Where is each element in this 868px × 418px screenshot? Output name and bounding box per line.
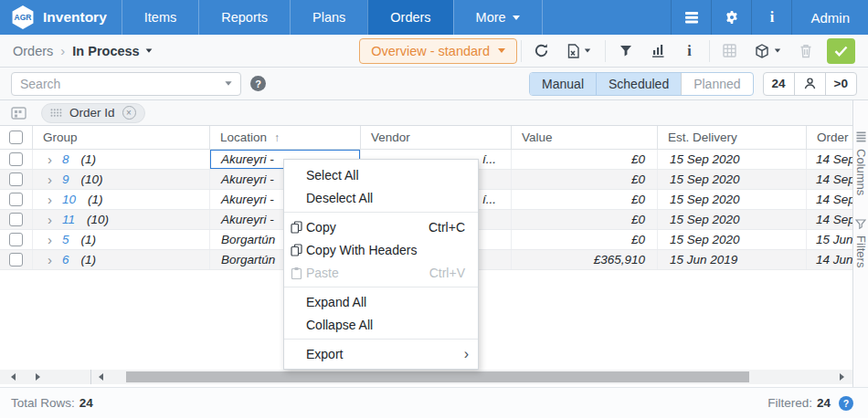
about-button[interactable]: i bbox=[751, 0, 791, 35]
cell-value[interactable]: £0 bbox=[512, 150, 658, 169]
column-header-order-date[interactable]: Order Date bbox=[807, 126, 852, 149]
agr-logo-icon: AGR bbox=[11, 5, 35, 29]
cell-order-date[interactable]: 14 Sep 2020 bbox=[807, 150, 852, 169]
main-scrollbar-track[interactable] bbox=[91, 370, 852, 384]
row-count-group: 24 >0 bbox=[763, 72, 857, 96]
user-menu[interactable]: Admin bbox=[791, 0, 868, 35]
scroll-right-button[interactable] bbox=[832, 370, 851, 384]
menu-item-expand-all[interactable]: Expand All bbox=[284, 290, 478, 313]
tab-filters[interactable]: Filters bbox=[854, 219, 868, 267]
chevron-down-icon bbox=[145, 48, 152, 52]
tab-columns[interactable]: Columns bbox=[854, 131, 868, 195]
row-count-button[interactable]: 24 bbox=[764, 73, 794, 95]
row-checkbox[interactable] bbox=[9, 193, 23, 206]
menu-item-paste[interactable]: Paste Ctrl+V bbox=[284, 261, 478, 284]
help-icon[interactable]: ? bbox=[250, 76, 266, 91]
cell-order-date[interactable]: 14 Jun 2019 bbox=[807, 250, 852, 269]
excel-export-button[interactable] bbox=[557, 38, 601, 64]
row-checkbox[interactable] bbox=[9, 172, 23, 186]
cell-order-date[interactable]: 14 Sep 2020 bbox=[807, 210, 852, 229]
cell-value[interactable]: £365,910 bbox=[512, 250, 658, 269]
toggle-planned[interactable]: Planned bbox=[681, 73, 752, 95]
select-all-checkbox[interactable] bbox=[9, 131, 23, 144]
delete-button[interactable] bbox=[789, 38, 821, 64]
chevron-down-icon[interactable] bbox=[225, 81, 231, 86]
breadcrumb-parent[interactable]: Orders bbox=[13, 44, 53, 58]
cell-est-delivery[interactable]: 15 Sep 2020 bbox=[658, 170, 807, 189]
cell-value[interactable]: £0 bbox=[512, 230, 658, 249]
filter-button[interactable] bbox=[609, 38, 641, 64]
group-count: (1) bbox=[81, 152, 97, 166]
user-filter-button[interactable] bbox=[794, 73, 825, 95]
menu-item-copy[interactable]: Copy Ctrl+C bbox=[284, 215, 478, 238]
column-header-vendor[interactable]: Vendor bbox=[361, 126, 512, 149]
search-input[interactable] bbox=[20, 77, 225, 91]
nav-item-more[interactable]: More bbox=[453, 0, 543, 35]
close-icon[interactable]: × bbox=[122, 106, 136, 120]
filter-funnel-icon bbox=[619, 45, 632, 57]
expand-chevron-icon[interactable]: › bbox=[48, 213, 52, 226]
cell-est-delivery[interactable]: 15 Sep 2020 bbox=[658, 190, 807, 209]
group-count: (10) bbox=[87, 213, 109, 226]
column-header-est-delivery[interactable]: Est. Delivery bbox=[658, 126, 807, 149]
nav-item-items[interactable]: Items bbox=[122, 0, 198, 35]
cell-value[interactable]: £0 bbox=[512, 190, 658, 209]
scroll-left-button[interactable] bbox=[91, 370, 110, 384]
app-brand[interactable]: AGR Inventory bbox=[0, 0, 122, 35]
column-header-location[interactable]: Location ↑ bbox=[210, 126, 361, 149]
menu-item-select-all[interactable]: Select All bbox=[284, 163, 478, 186]
expand-chevron-icon[interactable]: › bbox=[48, 253, 52, 266]
cell-order-date[interactable]: 14 Sep 2020 bbox=[807, 170, 852, 189]
row-checkbox[interactable] bbox=[9, 152, 23, 166]
group-by-chip[interactable]: Order Id × bbox=[41, 103, 145, 123]
scroll-right-icon[interactable] bbox=[36, 373, 40, 381]
expand-chevron-icon[interactable]: › bbox=[48, 233, 52, 246]
expand-chevron-icon[interactable]: › bbox=[48, 193, 52, 206]
row-checkbox[interactable] bbox=[9, 213, 23, 226]
menu-item-copy-with-headers[interactable]: Copy With Headers bbox=[284, 238, 478, 261]
menu-item-export[interactable]: Export › bbox=[284, 342, 478, 365]
row-checkbox[interactable] bbox=[9, 233, 23, 246]
menu-item-deselect-all[interactable]: Deselect All bbox=[284, 186, 478, 209]
cell-order-date[interactable]: 15 Jun 2020 bbox=[807, 230, 852, 249]
breadcrumb: Orders › In Process bbox=[13, 43, 153, 58]
scroll-left-icon[interactable] bbox=[11, 373, 16, 381]
menu-item-collapse-all[interactable]: Collapse All bbox=[284, 313, 478, 336]
cell-est-delivery[interactable]: 15 Jun 2019 bbox=[658, 250, 807, 269]
row-checkbox[interactable] bbox=[9, 253, 23, 266]
nav-item-orders[interactable]: Orders bbox=[367, 0, 452, 35]
tab-label: Filters bbox=[854, 235, 868, 267]
calculate-button[interactable] bbox=[714, 38, 746, 64]
column-header-group[interactable]: Group bbox=[33, 126, 210, 149]
drag-handle-icon[interactable] bbox=[50, 109, 62, 117]
view-selector-button[interactable]: Overview - standard bbox=[359, 38, 517, 64]
expand-chevron-icon[interactable]: › bbox=[48, 172, 52, 186]
expand-chevron-icon[interactable]: › bbox=[48, 152, 52, 166]
refresh-button[interactable] bbox=[525, 38, 557, 64]
threshold-button[interactable]: >0 bbox=[825, 73, 856, 95]
scroll-left-icon bbox=[99, 373, 103, 381]
cell-value[interactable]: £0 bbox=[512, 170, 658, 189]
calculator-grid-icon bbox=[723, 44, 736, 57]
cell-est-delivery[interactable]: 15 Sep 2020 bbox=[658, 210, 807, 229]
breadcrumb-current[interactable]: In Process bbox=[72, 44, 152, 58]
scrollbar-thumb[interactable] bbox=[126, 371, 749, 382]
nav-item-reports[interactable]: Reports bbox=[198, 0, 290, 35]
help-icon[interactable]: ? bbox=[839, 396, 853, 411]
column-header-value[interactable]: Value bbox=[512, 126, 658, 149]
connections-button[interactable] bbox=[671, 0, 711, 35]
toggle-manual[interactable]: Manual bbox=[530, 73, 596, 95]
cell-est-delivery[interactable]: 15 Sep 2020 bbox=[658, 230, 807, 249]
toggle-scheduled[interactable]: Scheduled bbox=[596, 73, 681, 95]
nav-item-plans[interactable]: Plans bbox=[290, 0, 367, 35]
details-button[interactable]: i bbox=[673, 38, 705, 64]
pivot-icon[interactable] bbox=[11, 107, 26, 120]
confirm-button[interactable] bbox=[827, 38, 855, 64]
cell-order-date[interactable]: 14 Sep 2020 bbox=[807, 190, 852, 209]
cell-est-delivery[interactable]: 15 Sep 2020 bbox=[658, 150, 807, 169]
settings-button[interactable] bbox=[711, 0, 751, 35]
cell-value[interactable]: £0 bbox=[512, 210, 658, 229]
menu-shortcut: Ctrl+C bbox=[429, 220, 465, 235]
chart-button[interactable] bbox=[641, 38, 673, 64]
order-actions-button[interactable] bbox=[746, 38, 789, 64]
